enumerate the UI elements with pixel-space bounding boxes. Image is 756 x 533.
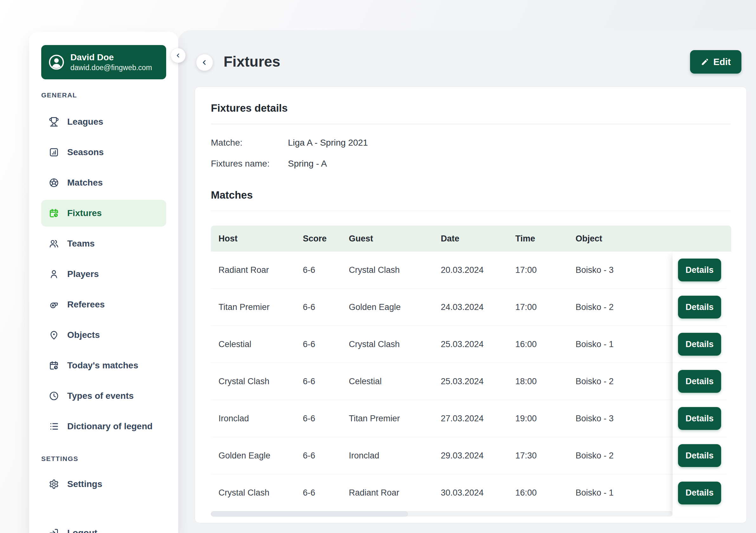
table-header-row: Host Score Guest Date Time Object [211, 226, 731, 252]
sidebar-item-label: Types of events [67, 391, 134, 401]
back-button[interactable] [196, 54, 213, 71]
cell-object: Boisko - 3 [576, 265, 673, 275]
detail-value: Liga A - Spring 2021 [288, 136, 368, 149]
sidebar-item-fixtures[interactable]: Fixtures [41, 200, 166, 227]
details-button[interactable]: Details [678, 296, 721, 319]
user-email: dawid.doe@fingweb.com [70, 63, 152, 72]
cell-guest: Celestial [349, 377, 441, 386]
cell-score: 6-6 [303, 414, 349, 424]
list-icon [49, 421, 59, 432]
cell-object: Boisko - 2 [576, 451, 673, 461]
fixtures-card: Fixtures details Matche: Liga A - Spring… [195, 87, 747, 523]
sidebar-item-referees[interactable]: Referees [41, 291, 166, 318]
cell-date: 24.03.2024 [441, 302, 515, 312]
sidebar-item-todays-matches[interactable]: Today's matches [41, 352, 166, 379]
details-button[interactable]: Details [678, 407, 721, 430]
cell-host: Celestial [211, 340, 303, 349]
sidebar-item-logout[interactable]: Logout [41, 520, 166, 533]
sidebar: David Doe dawid.doe@fingweb.com GENERAL … [29, 32, 178, 533]
table-row: Crystal Clash 6-6 Celestial 25.03.2024 1… [211, 363, 731, 400]
sidebar-item-players[interactable]: Players [41, 261, 166, 288]
cell-time: 17:30 [515, 451, 576, 461]
sidebar-item-label: Dictionary of legend [67, 421, 152, 432]
horizontal-scrollbar-thumb[interactable] [211, 512, 408, 517]
calendar-clock-icon [49, 360, 59, 371]
column-header-score: Score [303, 234, 349, 244]
sidebar-item-label: Leagues [67, 117, 103, 127]
sidebar-item-label: Players [67, 269, 99, 279]
table-row: Crystal Clash 6-6 Radiant Roar 30.03.202… [211, 474, 731, 512]
detail-label: Fixtures name: [211, 157, 288, 170]
sidebar-item-dictionary-of-legend[interactable]: Dictionary of legend [41, 413, 166, 440]
sidebar-item-leagues[interactable]: Leagues [41, 108, 166, 135]
cell-object: Boisko - 2 [576, 377, 673, 386]
horizontal-scrollbar [211, 512, 673, 517]
cell-score: 6-6 [303, 265, 349, 275]
edit-button[interactable]: Edit [690, 50, 742, 73]
cell-host: Radiant Roar [211, 265, 303, 275]
cell-object: Boisko - 3 [576, 414, 673, 424]
cell-host: Crystal Clash [211, 377, 303, 386]
table-row: Radiant Roar 6-6 Crystal Clash 20.03.202… [211, 252, 731, 289]
sidebar-item-label: Settings [67, 479, 102, 489]
calendar-clock-icon [49, 208, 59, 218]
sidebar-item-teams[interactable]: Teams [41, 230, 166, 257]
table-row: Ironclad 6-6 Titan Premier 27.03.2024 19… [211, 400, 731, 437]
trophy-icon [49, 117, 59, 127]
sidebar-item-label: Teams [67, 238, 95, 249]
user-name: David Doe [70, 52, 152, 63]
fixtures-details-heading: Fixtures details [211, 102, 731, 114]
cell-time: 18:00 [515, 377, 576, 386]
cell-guest: Titan Premier [349, 414, 441, 424]
cell-guest: Radiant Roar [349, 488, 441, 498]
sidebar-item-label: Fixtures [67, 208, 102, 218]
cell-object: Boisko - 1 [576, 340, 673, 349]
cell-guest: Crystal Clash [349, 340, 441, 349]
detail-label: Matche: [211, 136, 288, 149]
cell-host: Crystal Clash [211, 488, 303, 498]
matches-table: Host Score Guest Date Time Object Radian… [211, 226, 731, 512]
section-label-settings: SETTINGS [41, 455, 166, 463]
details-button[interactable]: Details [678, 370, 721, 393]
sidebar-item-objects[interactable]: Objects [41, 322, 166, 348]
sidebar-collapse-button[interactable] [171, 48, 185, 63]
details-button[interactable]: Details [678, 482, 721, 504]
cell-date: 25.03.2024 [441, 340, 515, 349]
sidebar-item-settings[interactable]: Settings [41, 471, 166, 497]
divider [211, 210, 731, 211]
sidebar-item-label: Objects [67, 330, 100, 340]
column-header-host: Host [211, 234, 303, 244]
details-button[interactable]: Details [678, 333, 721, 356]
pencil-icon [701, 58, 709, 66]
detail-row-matche: Matche: Liga A - Spring 2021 [211, 136, 731, 149]
cell-host: Titan Premier [211, 302, 303, 312]
user-icon [49, 269, 59, 279]
whistle-icon [49, 299, 59, 310]
table-row: Titan Premier 6-6 Golden Eagle 24.03.202… [211, 289, 731, 326]
user-circle-icon [48, 54, 65, 70]
sidebar-item-types-of-events[interactable]: Types of events [41, 382, 166, 409]
section-label-general: GENERAL [41, 91, 166, 99]
sidebar-item-matches[interactable]: Matches [41, 169, 166, 196]
cell-date: 29.03.2024 [441, 451, 515, 461]
cell-time: 17:00 [515, 302, 576, 312]
settings-section: SETTINGS Settings Logout [41, 455, 166, 533]
sidebar-item-seasons[interactable]: Seasons [41, 139, 166, 166]
chevron-left-icon [201, 59, 208, 66]
cell-time: 16:00 [515, 488, 576, 498]
bar-chart-square-icon [49, 147, 59, 157]
cell-date: 25.03.2024 [441, 377, 515, 386]
page-title: Fixtures [224, 53, 280, 70]
logout-icon [49, 528, 59, 533]
chevron-left-icon [175, 52, 181, 59]
user-card[interactable]: David Doe dawid.doe@fingweb.com [41, 45, 166, 79]
fixtures-details-block: Matche: Liga A - Spring 2021 Fixtures na… [211, 136, 731, 170]
details-button[interactable]: Details [678, 259, 721, 281]
gear-icon [49, 479, 59, 489]
details-button[interactable]: Details [678, 444, 721, 467]
cell-score: 6-6 [303, 451, 349, 461]
cell-score: 6-6 [303, 340, 349, 349]
cell-guest: Ironclad [349, 451, 441, 461]
sidebar-item-label: Matches [67, 178, 103, 188]
clock-icon [49, 391, 59, 401]
